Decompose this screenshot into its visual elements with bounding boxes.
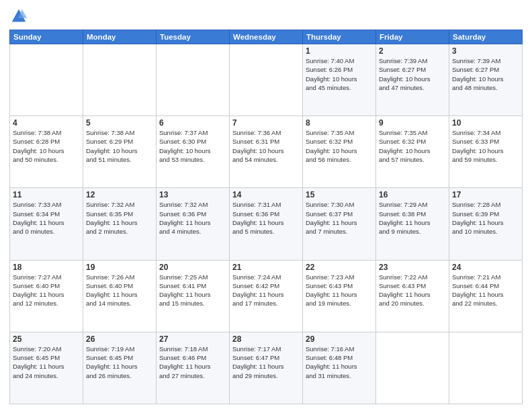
calendar-cell: 4Sunrise: 7:38 AM Sunset: 6:28 PM Daylig… xyxy=(10,116,83,188)
calendar-cell: 16Sunrise: 7:29 AM Sunset: 6:38 PM Dayli… xyxy=(376,188,449,260)
day-number: 24 xyxy=(452,263,519,272)
day-number: 6 xyxy=(159,118,226,128)
calendar-cell: 29Sunrise: 7:16 AM Sunset: 6:48 PM Dayli… xyxy=(303,332,376,404)
day-number: 25 xyxy=(13,334,80,344)
day-info: Sunrise: 7:18 AM Sunset: 6:46 PM Dayligh… xyxy=(159,345,226,380)
day-number: 10 xyxy=(452,118,519,128)
day-info: Sunrise: 7:40 AM Sunset: 6:26 PM Dayligh… xyxy=(306,56,373,92)
day-info: Sunrise: 7:29 AM Sunset: 6:38 PM Dayligh… xyxy=(379,200,446,236)
calendar-cell xyxy=(376,332,449,404)
calendar-cell xyxy=(157,44,230,116)
day-number: 22 xyxy=(306,263,373,272)
day-header-thursday: Thursday xyxy=(303,30,376,44)
page: SundayMondayTuesdayWednesdayThursdayFrid… xyxy=(0,0,532,411)
day-header-sunday: Sunday xyxy=(10,30,83,44)
calendar-cell: 24Sunrise: 7:21 AM Sunset: 6:44 PM Dayli… xyxy=(449,260,523,332)
day-info: Sunrise: 7:39 AM Sunset: 6:27 PM Dayligh… xyxy=(452,56,519,92)
day-number: 4 xyxy=(13,118,80,128)
day-number: 9 xyxy=(379,118,446,128)
day-info: Sunrise: 7:34 AM Sunset: 6:33 PM Dayligh… xyxy=(452,128,519,164)
calendar-cell: 17Sunrise: 7:28 AM Sunset: 6:39 PM Dayli… xyxy=(449,188,523,260)
calendar-cell: 9Sunrise: 7:35 AM Sunset: 6:32 PM Daylig… xyxy=(376,116,449,188)
day-info: Sunrise: 7:25 AM Sunset: 6:41 PM Dayligh… xyxy=(159,273,226,308)
day-info: Sunrise: 7:20 AM Sunset: 6:45 PM Dayligh… xyxy=(13,345,80,380)
calendar-cell: 7Sunrise: 7:36 AM Sunset: 6:31 PM Daylig… xyxy=(230,116,303,188)
day-info: Sunrise: 7:17 AM Sunset: 6:47 PM Dayligh… xyxy=(232,345,300,380)
day-header-tuesday: Tuesday xyxy=(157,30,230,44)
calendar-header: SundayMondayTuesdayWednesdayThursdayFrid… xyxy=(10,30,523,44)
day-number: 5 xyxy=(86,118,153,128)
week-row-4: 25Sunrise: 7:20 AM Sunset: 6:45 PM Dayli… xyxy=(10,332,523,404)
calendar-cell: 19Sunrise: 7:26 AM Sunset: 6:40 PM Dayli… xyxy=(83,260,157,332)
day-number: 1 xyxy=(306,46,373,56)
day-info: Sunrise: 7:23 AM Sunset: 6:43 PM Dayligh… xyxy=(306,273,373,308)
calendar-cell: 25Sunrise: 7:20 AM Sunset: 6:45 PM Dayli… xyxy=(10,332,83,404)
day-number: 21 xyxy=(232,263,300,272)
calendar-cell: 22Sunrise: 7:23 AM Sunset: 6:43 PM Dayli… xyxy=(303,260,376,332)
calendar-cell: 27Sunrise: 7:18 AM Sunset: 6:46 PM Dayli… xyxy=(157,332,230,404)
day-header-saturday: Saturday xyxy=(449,30,523,44)
day-info: Sunrise: 7:22 AM Sunset: 6:43 PM Dayligh… xyxy=(379,273,446,308)
day-number: 15 xyxy=(306,190,373,199)
day-info: Sunrise: 7:36 AM Sunset: 6:31 PM Dayligh… xyxy=(232,128,300,164)
calendar-cell: 23Sunrise: 7:22 AM Sunset: 6:43 PM Dayli… xyxy=(376,260,449,332)
day-info: Sunrise: 7:32 AM Sunset: 6:36 PM Dayligh… xyxy=(159,200,226,236)
week-row-2: 11Sunrise: 7:33 AM Sunset: 6:34 PM Dayli… xyxy=(10,188,523,260)
calendar-cell: 15Sunrise: 7:30 AM Sunset: 6:37 PM Dayli… xyxy=(303,188,376,260)
header-row: SundayMondayTuesdayWednesdayThursdayFrid… xyxy=(10,30,523,44)
day-number: 11 xyxy=(13,190,80,199)
week-row-3: 18Sunrise: 7:27 AM Sunset: 6:40 PM Dayli… xyxy=(10,260,523,332)
day-info: Sunrise: 7:35 AM Sunset: 6:32 PM Dayligh… xyxy=(379,128,446,164)
calendar-cell: 14Sunrise: 7:31 AM Sunset: 6:36 PM Dayli… xyxy=(230,188,303,260)
logo xyxy=(9,7,31,26)
day-number: 8 xyxy=(306,118,373,128)
day-info: Sunrise: 7:16 AM Sunset: 6:48 PM Dayligh… xyxy=(306,345,373,380)
day-info: Sunrise: 7:33 AM Sunset: 6:34 PM Dayligh… xyxy=(13,200,80,236)
logo-icon xyxy=(9,7,28,26)
day-number: 27 xyxy=(159,334,226,344)
day-number: 2 xyxy=(379,46,446,56)
calendar-cell: 3Sunrise: 7:39 AM Sunset: 6:27 PM Daylig… xyxy=(449,44,523,116)
calendar-cell: 13Sunrise: 7:32 AM Sunset: 6:36 PM Dayli… xyxy=(157,188,230,260)
day-number: 28 xyxy=(232,334,300,344)
calendar-cell: 26Sunrise: 7:19 AM Sunset: 6:45 PM Dayli… xyxy=(83,332,157,404)
day-info: Sunrise: 7:26 AM Sunset: 6:40 PM Dayligh… xyxy=(86,273,153,308)
calendar-cell: 1Sunrise: 7:40 AM Sunset: 6:26 PM Daylig… xyxy=(303,44,376,116)
day-info: Sunrise: 7:38 AM Sunset: 6:29 PM Dayligh… xyxy=(86,128,153,164)
day-header-friday: Friday xyxy=(376,30,449,44)
day-info: Sunrise: 7:37 AM Sunset: 6:30 PM Dayligh… xyxy=(159,128,226,164)
calendar-cell: 20Sunrise: 7:25 AM Sunset: 6:41 PM Dayli… xyxy=(157,260,230,332)
calendar-cell xyxy=(83,44,157,116)
calendar-cell xyxy=(449,332,523,404)
day-info: Sunrise: 7:27 AM Sunset: 6:40 PM Dayligh… xyxy=(13,273,80,308)
day-info: Sunrise: 7:19 AM Sunset: 6:45 PM Dayligh… xyxy=(86,345,153,380)
week-row-1: 4Sunrise: 7:38 AM Sunset: 6:28 PM Daylig… xyxy=(10,116,523,188)
day-number: 17 xyxy=(452,190,519,199)
day-info: Sunrise: 7:32 AM Sunset: 6:35 PM Dayligh… xyxy=(86,200,153,236)
day-info: Sunrise: 7:38 AM Sunset: 6:28 PM Dayligh… xyxy=(13,128,80,164)
week-row-0: 1Sunrise: 7:40 AM Sunset: 6:26 PM Daylig… xyxy=(10,44,523,116)
day-number: 26 xyxy=(86,334,153,344)
calendar-cell xyxy=(230,44,303,116)
calendar-cell: 11Sunrise: 7:33 AM Sunset: 6:34 PM Dayli… xyxy=(10,188,83,260)
calendar-body: 1Sunrise: 7:40 AM Sunset: 6:26 PM Daylig… xyxy=(10,44,523,404)
day-info: Sunrise: 7:24 AM Sunset: 6:42 PM Dayligh… xyxy=(232,273,300,308)
day-info: Sunrise: 7:39 AM Sunset: 6:27 PM Dayligh… xyxy=(379,56,446,92)
day-number: 19 xyxy=(86,263,153,272)
calendar-cell: 2Sunrise: 7:39 AM Sunset: 6:27 PM Daylig… xyxy=(376,44,449,116)
calendar-cell: 5Sunrise: 7:38 AM Sunset: 6:29 PM Daylig… xyxy=(83,116,157,188)
day-header-monday: Monday xyxy=(83,30,157,44)
calendar-cell: 21Sunrise: 7:24 AM Sunset: 6:42 PM Dayli… xyxy=(230,260,303,332)
day-number: 18 xyxy=(13,263,80,272)
calendar-cell: 18Sunrise: 7:27 AM Sunset: 6:40 PM Dayli… xyxy=(10,260,83,332)
day-number: 16 xyxy=(379,190,446,199)
day-number: 20 xyxy=(159,263,226,272)
day-info: Sunrise: 7:21 AM Sunset: 6:44 PM Dayligh… xyxy=(452,273,519,308)
calendar-cell: 10Sunrise: 7:34 AM Sunset: 6:33 PM Dayli… xyxy=(449,116,523,188)
day-number: 7 xyxy=(232,118,300,128)
header xyxy=(9,7,523,26)
day-number: 13 xyxy=(159,190,226,199)
day-info: Sunrise: 7:31 AM Sunset: 6:36 PM Dayligh… xyxy=(232,200,300,236)
day-header-wednesday: Wednesday xyxy=(230,30,303,44)
calendar: SundayMondayTuesdayWednesdayThursdayFrid… xyxy=(9,30,523,404)
